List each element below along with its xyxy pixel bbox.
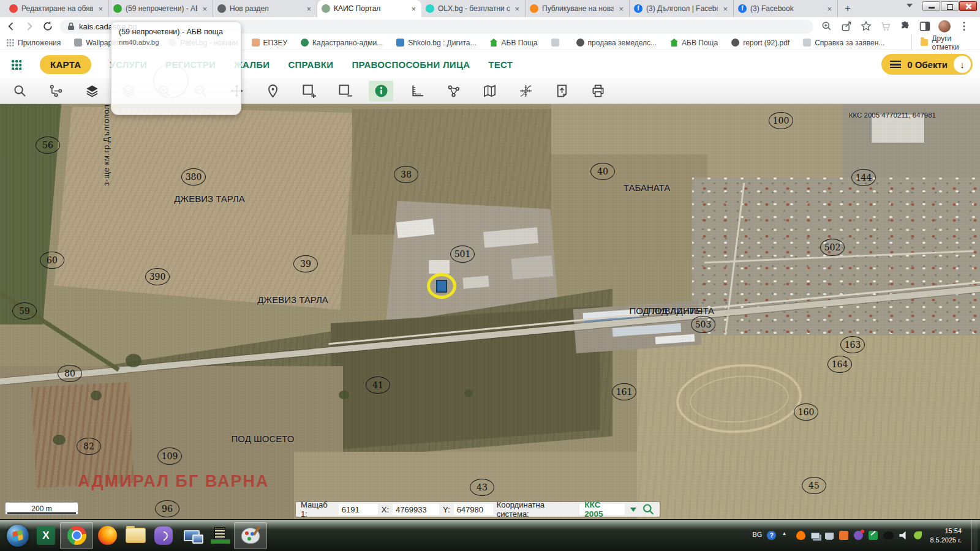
cadastre-app-icon[interactable] — [206, 522, 234, 549]
crs-selector[interactable]: ККС 2005 — [579, 504, 625, 515]
download-objects-button[interactable]: ↓ — [954, 56, 971, 73]
tab-close-icon[interactable]: × — [722, 4, 729, 13]
parcel-number-badge[interactable]: 501 — [450, 246, 475, 263]
coordinate-search-icon[interactable] — [642, 503, 655, 516]
nav-item[interactable]: СПРАВКИ — [288, 59, 333, 70]
export-tool[interactable] — [549, 81, 574, 102]
parcel-number-badge[interactable]: 502 — [820, 239, 845, 256]
share-icon[interactable] — [840, 20, 853, 32]
avast-icon[interactable] — [796, 531, 805, 540]
network-icon[interactable] — [825, 533, 834, 539]
objects-button[interactable]: 0 Обекти ↓ — [881, 54, 973, 75]
plant-icon[interactable] — [914, 531, 922, 539]
reload-icon[interactable] — [42, 20, 54, 32]
parcel-number-badge[interactable]: 43 — [470, 479, 494, 496]
window-restore-button[interactable] — [941, 1, 959, 11]
extensions-puzzle-icon[interactable] — [899, 20, 911, 32]
parcel-number-badge[interactable]: 41 — [366, 377, 390, 394]
forward-icon[interactable] — [23, 20, 36, 32]
nav-item[interactable]: КАРТА — [40, 55, 91, 74]
tab-close-icon[interactable]: × — [826, 4, 833, 13]
sidebar-icon[interactable] — [919, 20, 931, 32]
selected-building-marker[interactable] — [436, 280, 447, 293]
window-minimize-button[interactable] — [922, 1, 940, 11]
coordinates-tool[interactable] — [513, 81, 538, 102]
tab-close-icon[interactable]: × — [305, 4, 312, 13]
parcel-number-badge[interactable]: 503 — [691, 316, 715, 333]
parcel-number-badge[interactable]: 163 — [840, 336, 865, 353]
y-coordinate-input[interactable] — [454, 504, 493, 515]
browser-tab[interactable]: Публикуване на нова обя × — [526, 0, 630, 17]
back-icon[interactable] — [5, 20, 17, 32]
bookmark-item[interactable]: report (92).pdf — [731, 39, 790, 47]
parcel-number-badge[interactable]: 160 — [794, 403, 818, 421]
satellite-icon[interactable] — [883, 531, 894, 539]
firefox-icon[interactable] — [93, 522, 121, 549]
window-close-button[interactable] — [959, 1, 977, 11]
map-sheets-tool[interactable] — [477, 81, 502, 102]
parcel-number-badge[interactable]: 40 — [590, 163, 615, 180]
app-grid-icon[interactable] — [11, 59, 21, 70]
print-tool[interactable] — [586, 81, 610, 102]
parcel-number-badge[interactable]: 82 — [77, 438, 101, 455]
locate-tool[interactable] — [260, 81, 285, 102]
browser-tab[interactable]: КАИС Портал × — [317, 0, 421, 17]
esign-icon[interactable] — [869, 531, 878, 540]
parcel-number-badge[interactable]: 80 — [58, 365, 82, 382]
parcel-number-badge[interactable]: 144 — [851, 169, 876, 186]
other-bookmarks-button[interactable]: Други отметки — [911, 34, 974, 51]
scale-input[interactable] — [339, 504, 378, 515]
tab-search-chevron-icon[interactable] — [907, 4, 913, 7]
chrome-icon[interactable] — [60, 522, 93, 549]
tab-close-icon[interactable]: × — [201, 4, 208, 13]
tab-close-icon[interactable]: × — [97, 4, 104, 13]
excel-icon[interactable]: X — [32, 522, 60, 549]
update-icon[interactable] — [839, 531, 848, 540]
tab-close-icon[interactable]: × — [410, 4, 417, 13]
parcel-number-badge[interactable]: 100 — [769, 112, 793, 129]
parcel-number-badge[interactable]: 164 — [827, 356, 852, 373]
browser-tab[interactable]: Нов раздел × — [213, 0, 317, 17]
browser-tab[interactable]: (59 непрочетени) - АБВ по × — [109, 0, 213, 17]
parcel-number-badge[interactable]: 56 — [36, 137, 60, 154]
parcel-number-badge[interactable]: 380 — [181, 168, 206, 186]
bookmark-star-icon[interactable] — [860, 20, 872, 32]
bookmark-item[interactable]: Shkolo.bg : Дигита... — [396, 39, 476, 47]
bookmark-item[interactable]: АБВ Поща — [670, 39, 718, 47]
info-tool[interactable] — [369, 81, 393, 102]
parcel-number-badge[interactable]: 109 — [157, 448, 182, 465]
parcel-number-badge[interactable]: 39 — [293, 255, 318, 272]
map-canvas[interactable]: 5638038401001445026039039501595031631648… — [0, 104, 980, 519]
browser-tab[interactable]: Редактиране на обява - Пр × — [5, 0, 109, 17]
parcel-number-badge[interactable]: 45 — [802, 477, 826, 494]
x-coordinate-input[interactable] — [393, 504, 439, 515]
zoom-page-icon[interactable] — [821, 20, 833, 32]
parcel-number-badge[interactable]: 390 — [145, 268, 170, 285]
browser-tab[interactable]: f (3) Дългопол | Facebook × — [630, 0, 734, 17]
bookmark-item[interactable]: продава земеделс... — [576, 39, 657, 47]
volume-icon[interactable] — [899, 531, 908, 540]
remote-desktop-icon[interactable] — [178, 522, 206, 549]
route-tool[interactable] — [43, 81, 68, 102]
parcel-number-badge[interactable]: 38 — [394, 166, 418, 183]
help-icon[interactable]: ? — [767, 531, 776, 540]
topology-tool[interactable] — [441, 81, 466, 102]
nav-item[interactable]: ПРАВОСПОСОБНИ ЛИЦА — [352, 59, 470, 70]
new-tab-button[interactable]: + — [840, 1, 855, 16]
show-desktop-button[interactable] — [971, 520, 978, 551]
measure-tool[interactable] — [405, 81, 429, 102]
parcel-number-badge[interactable]: 60 — [40, 252, 64, 269]
viber-icon[interactable] — [149, 522, 178, 549]
zoom-rect-out-tool[interactable] — [333, 81, 357, 102]
layers-tool[interactable] — [80, 81, 104, 102]
language-indicator[interactable]: BG — [752, 531, 761, 540]
bookmark-item[interactable]: Приложения — [6, 39, 61, 47]
cart-extension-icon[interactable] — [880, 20, 892, 32]
paint-icon[interactable] — [234, 522, 267, 549]
tab-close-icon[interactable]: × — [513, 4, 521, 13]
bookmark-item[interactable]: АБВ Поща — [490, 39, 538, 47]
viber-tray-icon[interactable] — [854, 531, 863, 540]
crs-dropdown-arrow-icon[interactable] — [630, 508, 636, 512]
start-button[interactable] — [4, 522, 32, 549]
browser-tab[interactable]: f (3) Facebook × — [734, 0, 838, 17]
